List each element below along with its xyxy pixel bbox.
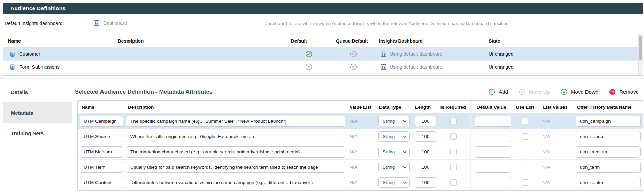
column-header-default-value: Default Value [471, 101, 512, 113]
arrow-up-circle-icon [519, 88, 526, 95]
offer-history-meta-name-input[interactable] [576, 177, 641, 188]
default-dashboard-label: Default Insights dashboard: [5, 21, 64, 26]
attribute-name-input[interactable] [80, 177, 123, 188]
column-header-default: Default [286, 34, 331, 47]
metadata-row: N/A String [78, 114, 643, 129]
page-title: Audience Definitions [10, 5, 66, 11]
sidebar-tab[interactable]: Details [3, 82, 72, 102]
offer-history-meta-name-input[interactable] [576, 116, 641, 127]
attribute-description-input[interactable] [126, 116, 345, 127]
chevron-down-icon [403, 135, 407, 138]
sidebar-tab[interactable]: Metadata [3, 102, 72, 123]
attribute-description-input[interactable] [126, 146, 345, 158]
metadata-toolbar: Add Move Up Move Down Remove [488, 87, 639, 97]
data-type-select[interactable]: String [378, 177, 410, 188]
data-type-select[interactable]: String [378, 116, 410, 126]
length-input[interactable] [415, 162, 436, 172]
cross-circle-icon [350, 50, 357, 58]
attribute-name-input[interactable] [80, 162, 123, 173]
sidebar: Details Metadata Training Sets [3, 79, 72, 192]
vertical-scrollbar[interactable] [638, 34, 643, 75]
check-circle-icon [305, 50, 313, 58]
attribute-name-input[interactable] [80, 116, 123, 127]
is-required-checkbox[interactable] [450, 149, 457, 155]
use-list-checkbox[interactable] [522, 133, 528, 140]
list-values-na: N/A [538, 118, 550, 124]
default-value-input[interactable] [475, 116, 511, 127]
move-down-button[interactable]: Move Down [560, 88, 598, 95]
is-required-checkbox[interactable] [450, 179, 457, 186]
is-required-checkbox[interactable] [450, 164, 457, 170]
move-up-button[interactable]: Move Up [519, 88, 550, 95]
sidebar-tab-label: Details [11, 89, 28, 95]
use-list-checkbox[interactable] [522, 164, 528, 170]
list-values-na: N/A [538, 164, 550, 170]
default-value-input[interactable] [475, 131, 511, 142]
offer-history-meta-name-input[interactable] [576, 162, 641, 173]
definition-description [114, 61, 286, 73]
cross-circle-icon [350, 63, 357, 71]
table-row[interactable]: Form Submissions [3, 61, 638, 74]
column-header-insights-dashboard: Insights Dashboard [375, 34, 484, 47]
add-button[interactable]: Add [488, 88, 508, 95]
use-list-checkbox[interactable] [522, 149, 528, 155]
column-header-name: Name [3, 34, 114, 47]
list-values-na: N/A [538, 149, 550, 154]
data-type-select[interactable]: String [378, 147, 410, 157]
column-header-data-type: Data Type [374, 101, 410, 113]
is-required-checkbox[interactable] [450, 133, 457, 140]
length-input[interactable] [415, 116, 436, 126]
metadata-table-header: Name Description Value List Data Type Le… [78, 101, 643, 114]
default-value-input[interactable] [475, 162, 511, 173]
default-value-input[interactable] [475, 177, 511, 188]
length-input[interactable] [415, 147, 436, 157]
table-row-partial[interactable] [3, 74, 638, 76]
chevron-down-icon [403, 151, 407, 153]
column-header-name: Name [78, 101, 125, 113]
attribute-name-input[interactable] [80, 131, 123, 142]
data-type-select[interactable]: String [378, 131, 410, 142]
use-list-checkbox[interactable] [522, 179, 528, 186]
remove-button[interactable]: Remove [609, 88, 639, 95]
use-list-checkbox[interactable] [522, 118, 528, 124]
metadata-row: N/A String [78, 160, 643, 175]
attribute-name-input[interactable] [80, 146, 123, 158]
column-header-list-values: List Values [538, 101, 573, 113]
scrollbar-thumb[interactable] [639, 36, 642, 60]
column-header-queue-default: Queue Default [331, 34, 375, 47]
data-type-select[interactable]: String [378, 162, 410, 172]
column-header-is-required: Is Required [436, 101, 471, 113]
column-header-offer-history-meta-name: Offer History Meta Name [573, 101, 643, 113]
sidebar-tab-label: Training Sets [11, 130, 44, 136]
column-header-state: State [484, 34, 543, 47]
minus-circle-icon [609, 88, 616, 95]
column-header-length: Length [410, 101, 436, 113]
value-list-na: N/A [347, 180, 358, 185]
attribute-description-input[interactable] [126, 177, 345, 188]
default-value-input[interactable] [475, 146, 511, 158]
length-input[interactable] [415, 131, 436, 142]
database-icon [9, 64, 15, 70]
attribute-description-input[interactable] [126, 131, 345, 142]
is-required-checkbox[interactable] [450, 118, 457, 124]
metadata-table: Name Description Value List Data Type Le… [77, 100, 643, 191]
definition-description [114, 48, 286, 60]
attribute-description-input[interactable] [126, 162, 345, 173]
default-dashboard-value: Dashboard [103, 20, 127, 26]
offer-history-meta-name-input[interactable] [576, 131, 641, 142]
dashboard-grid-icon [93, 20, 100, 26]
cross-circle-icon [305, 63, 313, 71]
sidebar-tab[interactable]: Training Sets [3, 123, 72, 144]
insights-dashboard-value: Using default dashboard [390, 51, 443, 57]
metadata-row: N/A String [78, 129, 643, 144]
default-dashboard-picker[interactable]: Dashboard [93, 20, 127, 26]
table-row[interactable]: Customer [3, 48, 638, 61]
sidebar-tab-label: Metadata [11, 110, 33, 116]
value-list-na: N/A [347, 149, 358, 154]
dashboard-grid-icon [380, 64, 387, 70]
column-header-use-list: Use List [512, 101, 538, 113]
offer-history-meta-name-input[interactable] [576, 146, 641, 158]
column-header-description: Description [125, 101, 347, 113]
length-input[interactable] [415, 177, 436, 188]
chevron-down-icon [403, 181, 407, 184]
